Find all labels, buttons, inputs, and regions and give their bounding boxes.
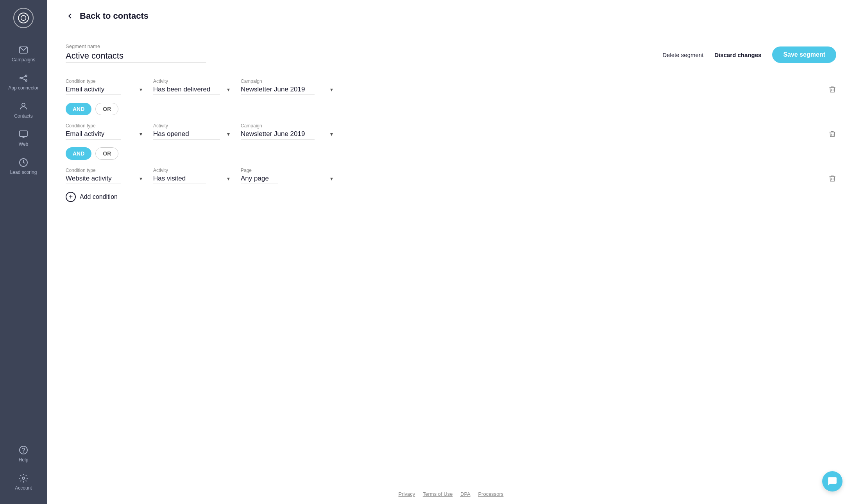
segment-actions: Delete segment Discard changes Save segm… [662, 46, 836, 63]
svg-point-5 [25, 80, 27, 81]
activity-field-1: Activity Has been delivered Has opened H… [153, 79, 231, 95]
sidebar-item-app-connector[interactable]: App connector [0, 68, 47, 96]
campaign-select-2[interactable]: Newsletter June 2019 [241, 130, 315, 139]
footer: Privacy Terms of Use DPA Processors [47, 484, 855, 504]
condition-type-label-3: Condition type [66, 168, 144, 173]
sidebar-item-web[interactable]: Web [0, 124, 47, 152]
campaign-label-1: Campaign [241, 79, 334, 84]
svg-line-7 [21, 78, 25, 80]
segment-name-label: Segment name [66, 43, 206, 49]
logic-row-2: AND OR [66, 147, 836, 160]
activity-select-wrapper-3: Has visited Has not visited [153, 175, 231, 184]
discard-changes-button[interactable]: Discard changes [714, 52, 761, 58]
logic-row-1: AND OR [66, 103, 836, 115]
activity-select-3[interactable]: Has visited Has not visited [153, 175, 206, 184]
sidebar-item-lead-scoring-label: Lead scoring [10, 170, 37, 175]
svg-point-8 [22, 103, 25, 106]
main-content: Back to contacts Segment name Delete seg… [47, 0, 855, 504]
campaign-label-2: Campaign [241, 123, 334, 129]
campaign-select-wrapper-1: Newsletter June 2019 [241, 86, 334, 95]
condition-type-field-3: Condition type Website activity Email ac… [66, 168, 144, 184]
save-segment-button[interactable]: Save segment [772, 46, 836, 63]
and-button-1[interactable]: AND [66, 103, 91, 115]
footer-dpa-link[interactable]: DPA [460, 491, 470, 497]
activity-select-1[interactable]: Has been delivered Has opened Has clicke… [153, 86, 220, 95]
logo[interactable] [13, 8, 34, 28]
condition-block-3: Condition type Website activity Email ac… [66, 168, 836, 184]
or-button-2[interactable]: OR [95, 147, 118, 160]
activity-select-wrapper-2: Has opened Has been delivered Has clicke… [153, 130, 231, 139]
and-button-2[interactable]: AND [66, 147, 91, 160]
delete-condition-3-button[interactable] [828, 175, 836, 184]
page-select-3[interactable]: Any page Home [241, 175, 278, 184]
svg-line-6 [21, 76, 25, 78]
condition-type-field-2: Condition type Email activity Website ac… [66, 123, 144, 139]
condition-block-2: Condition type Email activity Website ac… [66, 123, 836, 160]
condition-type-select-2[interactable]: Email activity Website activity [66, 130, 121, 139]
campaign-field-2: Campaign Newsletter June 2019 [241, 123, 334, 139]
sidebar-item-help-label: Help [19, 457, 29, 463]
activity-select-wrapper-1: Has been delivered Has opened Has clicke… [153, 86, 231, 95]
activity-label-2: Activity [153, 123, 231, 129]
sidebar-item-contacts[interactable]: Contacts [0, 96, 47, 124]
sidebar-item-help[interactable]: Help [0, 440, 47, 468]
add-condition-label: Add condition [80, 193, 118, 200]
add-condition-icon: + [66, 192, 76, 202]
svg-point-4 [25, 75, 27, 77]
footer-terms-link[interactable]: Terms of Use [423, 491, 453, 497]
segment-name-group: Segment name [66, 43, 206, 63]
page-field-3: Page Any page Home [241, 168, 334, 184]
condition-type-select-3[interactable]: Website activity Email activity [66, 175, 121, 184]
sidebar-item-account[interactable]: Account [0, 468, 47, 496]
footer-privacy-link[interactable]: Privacy [399, 491, 415, 497]
svg-point-1 [21, 16, 26, 21]
sidebar-item-app-connector-label: App connector [8, 85, 38, 91]
condition-block-1: Condition type Email activity Website ac… [66, 79, 836, 115]
page-header: Back to contacts [47, 0, 855, 29]
activity-select-2[interactable]: Has opened Has been delivered Has clicke… [153, 130, 220, 139]
campaign-select-wrapper-2: Newsletter June 2019 [241, 130, 334, 139]
svg-point-13 [20, 446, 27, 454]
delete-condition-1-button[interactable] [828, 86, 836, 95]
delete-condition-2-button[interactable] [828, 130, 836, 139]
activity-label-1: Activity [153, 79, 231, 84]
sidebar-item-contacts-label: Contacts [14, 113, 32, 119]
sidebar-item-campaigns[interactable]: Campaigns [0, 40, 47, 68]
campaign-field-1: Campaign Newsletter June 2019 [241, 79, 334, 95]
sidebar: Campaigns App connector Contacts Web [0, 0, 47, 504]
condition-type-field-1: Condition type Email activity Website ac… [66, 79, 144, 95]
or-button-1[interactable]: OR [95, 103, 118, 115]
content-area: Segment name Delete segment Discard chan… [47, 29, 855, 484]
page-title: Back to contacts [80, 11, 148, 21]
segment-name-row: Segment name Delete segment Discard chan… [66, 43, 836, 63]
activity-field-2: Activity Has opened Has been delivered H… [153, 123, 231, 139]
campaign-select-1[interactable]: Newsletter June 2019 [241, 86, 315, 95]
svg-point-0 [18, 13, 29, 23]
svg-point-3 [20, 77, 21, 79]
activity-field-3: Activity Has visited Has not visited [153, 168, 231, 184]
condition-type-select-wrapper-3: Website activity Email activity [66, 175, 144, 184]
back-button[interactable] [66, 12, 74, 20]
activity-label-3: Activity [153, 168, 231, 173]
chat-bubble-button[interactable] [822, 471, 842, 491]
condition-type-select-1[interactable]: Email activity Website activity [66, 86, 121, 95]
condition-type-select-wrapper-1: Email activity Website activity [66, 86, 144, 95]
condition-row-3: Condition type Website activity Email ac… [66, 168, 836, 184]
condition-type-label-1: Condition type [66, 79, 144, 84]
condition-row-2: Condition type Email activity Website ac… [66, 123, 836, 139]
condition-type-label-2: Condition type [66, 123, 144, 129]
page-select-wrapper-3: Any page Home [241, 175, 334, 184]
segment-name-input[interactable] [66, 51, 206, 63]
svg-point-15 [22, 477, 25, 479]
delete-segment-button[interactable]: Delete segment [662, 52, 703, 58]
svg-point-14 [23, 452, 24, 452]
sidebar-item-web-label: Web [19, 141, 28, 147]
sidebar-item-lead-scoring[interactable]: Lead scoring [0, 152, 47, 181]
condition-row-1: Condition type Email activity Website ac… [66, 79, 836, 95]
page-label-3: Page [241, 168, 334, 173]
add-condition-row[interactable]: + Add condition [66, 192, 836, 202]
condition-type-select-wrapper-2: Email activity Website activity [66, 130, 144, 139]
footer-processors-link[interactable]: Processors [478, 491, 503, 497]
sidebar-item-account-label: Account [15, 485, 32, 491]
sidebar-item-campaigns-label: Campaigns [12, 57, 36, 63]
